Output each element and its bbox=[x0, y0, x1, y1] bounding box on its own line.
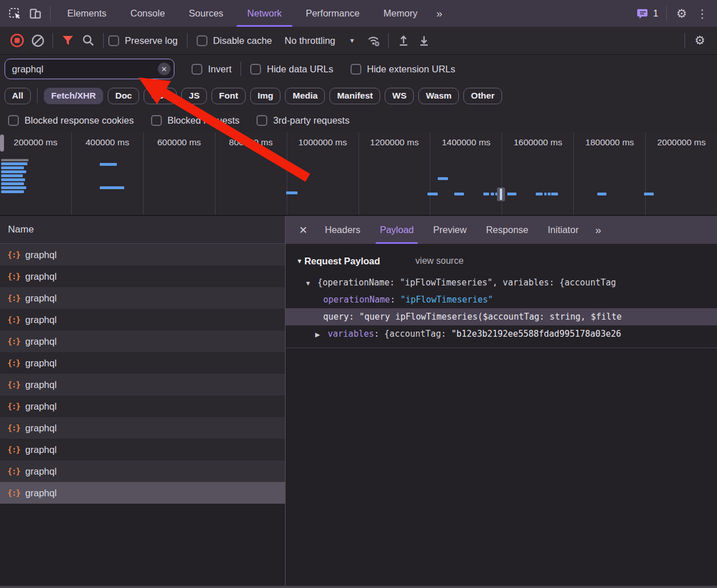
payload-tree-row[interactable]: ▶variables: {accountTag: "b12e3b2192ee55… bbox=[286, 325, 717, 342]
request-row[interactable]: {:}graphql bbox=[0, 309, 285, 330]
tree-toggle-icon[interactable]: ▶ bbox=[315, 326, 328, 342]
timeline-request-bar bbox=[644, 193, 654, 195]
view-source-link[interactable]: view source bbox=[415, 256, 463, 266]
filter-chip-css[interactable]: CSS bbox=[144, 88, 177, 104]
request-row[interactable]: {:}graphql bbox=[0, 417, 285, 439]
timeline-request-bar bbox=[100, 163, 117, 166]
tab-elements[interactable]: Elements bbox=[55, 0, 119, 27]
divider bbox=[286, 348, 717, 348]
tab-console[interactable]: Console bbox=[119, 0, 177, 27]
hide-extension-urls-checkbox[interactable] bbox=[351, 64, 361, 75]
request-row[interactable]: {:}graphql bbox=[0, 244, 285, 266]
filter-chip-img[interactable]: Img bbox=[250, 88, 281, 104]
timeline-band[interactable]: 200000 ms400000 ms600000 ms800000 ms1000… bbox=[0, 132, 717, 216]
request-payload-collapse-icon[interactable]: ▼ bbox=[296, 258, 303, 264]
devtools-tab-bar: ElementsConsoleSourcesNetworkPerformance… bbox=[0, 0, 717, 27]
timeline-request-bar bbox=[1, 159, 28, 161]
export-har-icon[interactable] bbox=[414, 27, 434, 54]
clear-network-log-icon[interactable] bbox=[27, 27, 48, 54]
more-tabs-icon[interactable]: » bbox=[429, 7, 448, 20]
payload-tree-row[interactable]: operationName: "ipFlowTimeseries" bbox=[286, 291, 717, 308]
request-row[interactable]: {:}graphql bbox=[0, 439, 285, 460]
detail-tab-preview[interactable]: Preview bbox=[423, 216, 476, 244]
detail-tab-headers[interactable]: Headers bbox=[315, 216, 370, 244]
import-har-icon[interactable] bbox=[393, 27, 414, 54]
blocked-response-cookies-label: Blocked response cookies bbox=[25, 115, 134, 126]
filter-icon[interactable] bbox=[58, 27, 78, 54]
timeline-tick: 2000000 ms bbox=[646, 132, 717, 215]
filter-chip-manifest[interactable]: Manifest bbox=[329, 88, 380, 104]
fetch-xhr-icon: {:} bbox=[7, 488, 20, 497]
throttling-caret-icon[interactable]: ▼ bbox=[349, 37, 355, 44]
preserve-log-checkbox[interactable] bbox=[108, 35, 119, 46]
tree-toggle-icon[interactable]: ▼ bbox=[305, 275, 317, 291]
filter-chip-media[interactable]: Media bbox=[285, 88, 325, 104]
disable-cache-checkbox[interactable] bbox=[197, 35, 207, 46]
close-icon[interactable]: ✕ bbox=[291, 216, 315, 244]
request-row[interactable]: {:}graphql bbox=[0, 374, 285, 395]
detail-tab-response[interactable]: Response bbox=[476, 216, 538, 244]
filter-chip-fetch-xhr[interactable]: Fetch/XHR bbox=[44, 88, 103, 104]
customize-menu-icon[interactable]: ⋮ bbox=[692, 7, 712, 21]
timeline-request-bar bbox=[507, 193, 516, 195]
blocked-response-cookies-checkbox[interactable] bbox=[8, 115, 19, 126]
filter-chip-js[interactable]: JS bbox=[181, 88, 207, 104]
third-party-requests-checkbox[interactable] bbox=[256, 115, 267, 126]
timeline-request-bar bbox=[544, 193, 547, 195]
invert-checkbox[interactable] bbox=[192, 64, 202, 75]
record-network-log-icon[interactable] bbox=[7, 27, 27, 54]
timeline-scroll-handle[interactable] bbox=[0, 134, 4, 152]
issues-icon[interactable] bbox=[635, 0, 651, 27]
filter-chip-font[interactable]: Font bbox=[211, 88, 246, 104]
throttling-select[interactable]: No throttling bbox=[284, 35, 335, 46]
tab-performance[interactable]: Performance bbox=[294, 0, 371, 27]
blocked-requests-checkbox[interactable] bbox=[151, 115, 162, 126]
disable-cache-label: Disable cache bbox=[213, 35, 272, 46]
hide-data-urls-checkbox[interactable] bbox=[250, 64, 261, 75]
fetch-xhr-icon: {:} bbox=[7, 467, 20, 476]
timeline-request-bar bbox=[491, 193, 494, 195]
request-row[interactable]: {:}graphql bbox=[0, 330, 285, 352]
filter-chip-wasm[interactable]: Wasm bbox=[418, 88, 459, 104]
fetch-xhr-icon: {:} bbox=[7, 315, 20, 324]
name-column-header[interactable]: Name bbox=[0, 216, 285, 244]
timeline-request-bar bbox=[1, 182, 24, 185]
request-row[interactable]: {:}graphql bbox=[0, 287, 285, 309]
request-row[interactable]: {:}graphql bbox=[0, 460, 285, 482]
tab-network[interactable]: Network bbox=[235, 0, 294, 27]
timeline-tick: 800000 ms bbox=[215, 132, 287, 215]
filter-chip-all[interactable]: All bbox=[5, 88, 31, 104]
tab-sources[interactable]: Sources bbox=[177, 0, 235, 27]
network-settings-gear-icon[interactable]: ⚙ bbox=[690, 27, 710, 54]
payload-token: operationName bbox=[323, 295, 390, 305]
detail-more-tabs-icon[interactable]: » bbox=[588, 224, 607, 236]
search-icon[interactable] bbox=[78, 27, 99, 54]
request-name: graphql bbox=[25, 423, 56, 434]
filter-chip-ws[interactable]: WS bbox=[385, 88, 414, 104]
timeline-selected-tick bbox=[500, 189, 502, 200]
request-row[interactable]: {:}graphql bbox=[0, 482, 285, 504]
detail-tabs: HeadersPayloadPreviewResponseInitiator bbox=[315, 216, 588, 244]
settings-gear-icon[interactable]: ⚙ bbox=[671, 0, 692, 27]
detail-tab-payload[interactable]: Payload bbox=[370, 216, 423, 244]
network-conditions-icon[interactable] bbox=[363, 27, 384, 54]
payload-token: "ipFlowTimeseries" bbox=[400, 295, 493, 305]
device-toolbar-icon[interactable] bbox=[25, 0, 46, 27]
inspect-element-icon[interactable] bbox=[5, 0, 25, 27]
filter-chip-other[interactable]: Other bbox=[463, 88, 502, 104]
tab-memory[interactable]: Memory bbox=[372, 0, 430, 27]
timeline-request-bar bbox=[1, 166, 24, 169]
request-name: graphql bbox=[25, 336, 56, 347]
request-row[interactable]: {:}graphql bbox=[0, 352, 285, 374]
clear-filter-icon[interactable]: ✕ bbox=[158, 63, 170, 75]
filter-input[interactable] bbox=[5, 59, 174, 79]
payload-tree-row[interactable]: query: "query ipFlowTimeseries($accountT… bbox=[286, 308, 717, 325]
payload-tree-row[interactable]: ▼{operationName: "ipFlowTimeseries", var… bbox=[286, 274, 717, 291]
detail-tab-initiator[interactable]: Initiator bbox=[538, 216, 588, 244]
request-row[interactable]: {:}graphql bbox=[0, 395, 285, 417]
filter-chip-doc[interactable]: Doc bbox=[108, 88, 139, 104]
divider bbox=[50, 6, 51, 21]
payload-token: {operationName: "ipFlowTimeseries", vari… bbox=[317, 277, 616, 288]
request-name: graphql bbox=[25, 271, 56, 282]
request-row[interactable]: {:}graphql bbox=[0, 266, 285, 287]
